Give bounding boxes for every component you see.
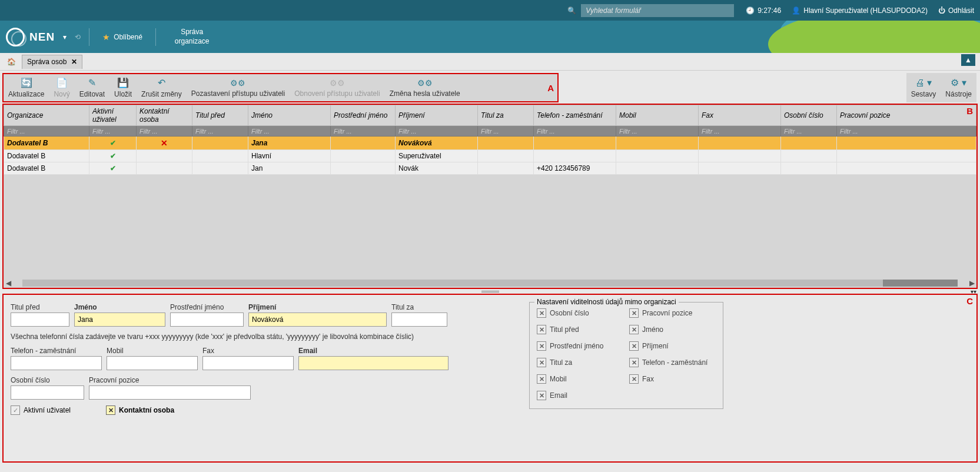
- favorites-button[interactable]: ★ Oblíbené: [98, 30, 147, 44]
- filter-cell[interactable]: Filtr ...: [616, 126, 699, 137]
- save-icon: 💾: [117, 77, 129, 88]
- tools-button[interactable]: ⚙ ▾Nástroje: [941, 73, 976, 102]
- col-contact[interactable]: Kontaktní osoba: [137, 105, 192, 126]
- close-icon[interactable]: ✕: [71, 58, 77, 66]
- visibility-item[interactable]: Pracovní pozice: [629, 308, 716, 318]
- checkbox-icon: [537, 341, 546, 351]
- input-mobile[interactable]: [107, 356, 198, 370]
- col-title-before[interactable]: Titul před: [192, 105, 248, 126]
- input-title-after[interactable]: [391, 313, 447, 327]
- visibility-item[interactable]: Mobil: [537, 374, 623, 384]
- table-row[interactable]: Dodavatel B✔✕JanaNováková: [4, 137, 976, 150]
- visibility-item[interactable]: Osobní číslo: [537, 308, 623, 318]
- visibility-item[interactable]: Prostřední jméno: [537, 341, 623, 351]
- table-cell: ✕: [137, 137, 192, 150]
- visibility-item-label: Osobní číslo: [550, 309, 589, 317]
- table-cell: Dodavatel B: [4, 150, 89, 162]
- col-org[interactable]: Organizace: [4, 105, 89, 126]
- filter-cell[interactable]: Filtr ...: [331, 126, 396, 137]
- col-empno[interactable]: Osobní číslo: [781, 105, 837, 126]
- filter-cell[interactable]: Filtr ...: [781, 126, 837, 137]
- splitter[interactable]: ▾▾: [0, 289, 980, 294]
- user-label: Hlavní Superuživatel (HLASUPDODA2): [803, 6, 928, 15]
- table-row[interactable]: Dodavatel B✔HlavníSuperuživatel: [4, 150, 976, 162]
- filter-cell[interactable]: Filtr ...: [4, 126, 89, 137]
- input-email[interactable]: [298, 356, 449, 370]
- refresh-button[interactable]: 🔄Aktualizace: [4, 74, 49, 101]
- checkbox-active-label: Aktivní uživatel: [24, 406, 71, 414]
- filter-cell[interactable]: Filtr ...: [699, 126, 781, 137]
- visibility-item[interactable]: Titul za: [537, 358, 623, 367]
- table-cell: Superuživatel: [396, 150, 478, 162]
- clock-time: 9:27:46: [758, 6, 781, 15]
- tools-label: Nástroje: [945, 90, 972, 98]
- checkbox-icon: [537, 308, 546, 318]
- logout-button[interactable]: ⏻ Odhlásit: [938, 6, 974, 15]
- checkbox-icon: [537, 325, 546, 334]
- user-icon: 👤: [792, 6, 800, 15]
- label-last: Příjmení: [248, 303, 387, 311]
- table-cell: [534, 150, 616, 162]
- history-nav-icon[interactable]: ⟲: [75, 33, 81, 41]
- tab-label: Správa osob: [27, 58, 67, 66]
- input-last[interactable]: [248, 313, 387, 327]
- table-cell: [331, 137, 396, 150]
- horizontal-scrollbar[interactable]: ◀ ▶: [4, 278, 976, 288]
- filter-cell[interactable]: Filtr ...: [248, 126, 331, 137]
- input-position[interactable]: [89, 385, 251, 400]
- scrollbar-thumb[interactable]: [22, 280, 883, 287]
- org-management-menu[interactable]: Správa organizace: [175, 28, 210, 46]
- col-middle[interactable]: Prostřední jméno: [331, 105, 396, 126]
- col-phone[interactable]: Telefon - zaměstnání: [534, 105, 616, 126]
- table-cell: [781, 150, 837, 162]
- visibility-item[interactable]: Email: [537, 391, 623, 400]
- suspend-access-button[interactable]: ⚙⚙Pozastavení přístupu uživateli: [187, 74, 290, 101]
- current-user[interactable]: 👤 Hlavní Superuživatel (HLASUPDODA2): [792, 6, 928, 15]
- visibility-item[interactable]: Titul před: [537, 325, 623, 334]
- change-password-button[interactable]: ⚙⚙Změna hesla uživatele: [385, 74, 465, 101]
- col-position[interactable]: Pracovní pozice: [837, 105, 976, 126]
- input-middle[interactable]: [170, 313, 244, 327]
- edit-button[interactable]: ✎Editovat: [75, 74, 109, 101]
- tab-sprava-osob[interactable]: Správa osob ✕: [22, 55, 82, 69]
- col-active[interactable]: Aktivní uživatel: [89, 105, 137, 126]
- col-fax[interactable]: Fax: [699, 105, 781, 126]
- gears-icon: ⚙⚙: [330, 78, 345, 88]
- visibility-item[interactable]: Telefon - zaměstnání: [629, 358, 716, 367]
- col-last[interactable]: Příjmení: [396, 105, 478, 126]
- scroll-left-icon[interactable]: ◀: [4, 279, 13, 287]
- notification-badge[interactable]: ▲: [961, 54, 975, 66]
- home-button[interactable]: 🏠: [2, 55, 21, 69]
- app-logo[interactable]: NEN ▾ ⟲: [6, 28, 81, 46]
- input-empno[interactable]: [11, 385, 84, 400]
- visibility-item[interactable]: Fax: [629, 374, 716, 384]
- filter-cell[interactable]: Filtr ...: [396, 126, 478, 137]
- filter-cell[interactable]: Filtr ...: [137, 126, 192, 137]
- scrollbar-track[interactable]: [22, 280, 958, 287]
- input-phone[interactable]: [11, 356, 102, 370]
- filter-cell[interactable]: Filtr ...: [478, 126, 534, 137]
- checkbox-contact-person[interactable]: Kontaktní osoba: [106, 405, 174, 415]
- input-first[interactable]: [74, 313, 165, 327]
- visibility-item[interactable]: Příjmení: [629, 341, 716, 351]
- visibility-item[interactable]: Jméno: [629, 325, 716, 334]
- filter-cell[interactable]: Filtr ...: [192, 126, 248, 137]
- col-first[interactable]: Jméno: [248, 105, 331, 126]
- reports-button[interactable]: 🖨 ▾Sestavy: [906, 73, 941, 102]
- col-title-after[interactable]: Titul za: [478, 105, 534, 126]
- separator: [155, 28, 156, 46]
- input-fax[interactable]: [202, 356, 294, 370]
- col-mobile[interactable]: Mobil: [616, 105, 699, 126]
- chevron-down-icon[interactable]: ▾: [63, 33, 67, 41]
- input-title-before[interactable]: [11, 313, 69, 327]
- save-button[interactable]: 💾Uložit: [109, 74, 137, 101]
- checkbox-active-user[interactable]: Aktivní uživatel: [11, 405, 71, 415]
- undo-button[interactable]: ↶Zrušit změny: [137, 74, 187, 101]
- search-input[interactable]: [581, 4, 734, 17]
- filter-cell[interactable]: Filtr ...: [89, 126, 137, 137]
- table-row[interactable]: Dodavatel B✔JanNovák+420 123456789: [4, 162, 976, 175]
- person-detail-form: C Titul před Jméno Prostřední jméno Příj…: [2, 294, 978, 463]
- filter-cell[interactable]: Filtr ...: [534, 126, 616, 137]
- filter-cell[interactable]: Filtr ...: [837, 126, 976, 137]
- scroll-right-icon[interactable]: ▶: [967, 279, 976, 287]
